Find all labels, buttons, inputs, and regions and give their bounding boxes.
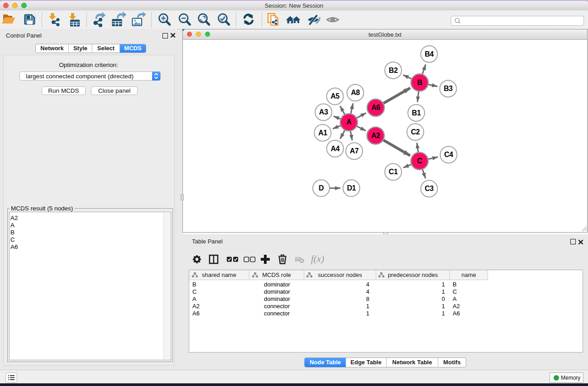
svg-text:B: B <box>417 79 422 86</box>
svg-text:C1: C1 <box>389 168 398 176</box>
svg-text:B2: B2 <box>389 67 398 74</box>
svg-text:C3: C3 <box>425 185 434 192</box>
svg-text:A: A <box>346 118 352 126</box>
svg-text:A3: A3 <box>319 108 328 116</box>
svg-text:A5: A5 <box>330 92 339 100</box>
svg-text:A2: A2 <box>371 132 380 139</box>
svg-text:A1: A1 <box>318 129 327 137</box>
svg-text:D: D <box>319 184 324 192</box>
svg-text:B1: B1 <box>412 109 421 117</box>
svg-text:A8: A8 <box>351 89 360 96</box>
svg-text:D1: D1 <box>347 184 356 192</box>
svg-text:A6: A6 <box>371 104 380 111</box>
svg-text:C2: C2 <box>411 128 420 136</box>
svg-text:B3: B3 <box>444 85 453 92</box>
svg-text:B4: B4 <box>425 50 434 58</box>
svg-text:C4: C4 <box>444 151 453 158</box>
svg-text:f(x): f(x) <box>311 253 324 264</box>
svg-text:C: C <box>417 157 422 165</box>
svg-text:A4: A4 <box>331 145 340 152</box>
svg-text:A7: A7 <box>350 147 359 155</box>
